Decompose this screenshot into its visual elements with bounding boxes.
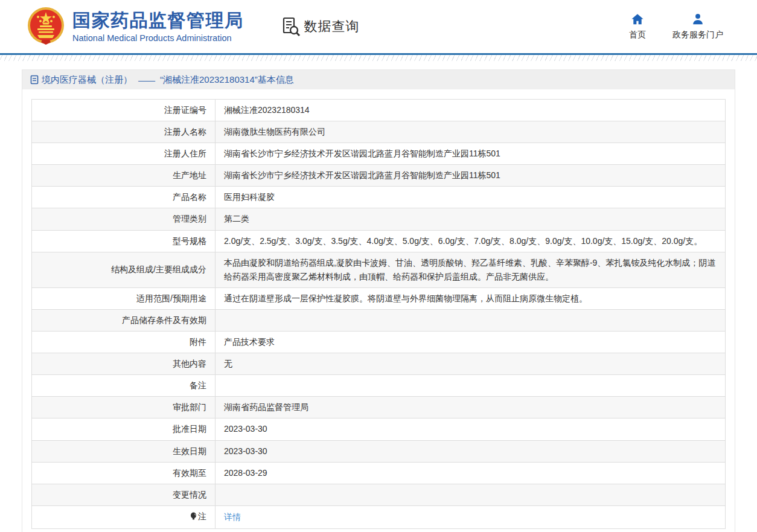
breadcrumb: 境内医疗器械（注册） —— “湘械注准20232180314”基本信息 xyxy=(22,70,735,89)
row-label-text: 型号规格 xyxy=(173,236,206,246)
row-label: 注册人住所 xyxy=(32,143,216,165)
row-label: 注册证编号 xyxy=(32,100,216,121)
row-label: 型号规格 xyxy=(32,230,216,252)
row-label-text: 变更情况 xyxy=(173,490,206,499)
nmpa-logo[interactable]: 国家药品监督管理局 National Medical Products Admi… xyxy=(27,7,244,46)
table-row: 其他内容无 xyxy=(32,353,726,375)
nav-item-portal[interactable]: 政务服务门户 xyxy=(672,13,723,40)
registration-table-wrap: 注册证编号湘械注准20232180314注册人名称湖南微肽生物医药有限公司注册人… xyxy=(31,99,726,529)
table-row: 有效期至2028-03-29 xyxy=(32,462,726,484)
row-label-text: 生产地址 xyxy=(173,170,206,180)
row-label-text: 产品储存条件及有效期 xyxy=(122,315,206,325)
page-header: 国家药品监督管理局 National Medical Products Admi… xyxy=(0,0,757,53)
row-label: 有效期至 xyxy=(32,462,216,484)
org-name-cn: 国家药品监督管理局 xyxy=(72,10,244,31)
row-label-text: 注册人名称 xyxy=(164,127,206,136)
table-row: 注册人住所湖南省长沙市宁乡经济技术开发区谐园北路蓝月谷智能制造产业园11栋501 xyxy=(32,143,726,165)
table-row: 注详情 xyxy=(32,505,726,528)
row-value: 湖南省长沙市宁乡经济技术开发区谐园北路蓝月谷智能制造产业园11栋501 xyxy=(216,165,726,187)
detail-link[interactable]: 详情 xyxy=(224,512,241,522)
table-row: 管理类别第二类 xyxy=(32,208,726,230)
row-label: 产品储存条件及有效期 xyxy=(32,309,216,331)
row-label: 产品名称 xyxy=(32,187,216,208)
row-label-text: 管理类别 xyxy=(173,214,206,223)
row-label-text: 适用范围/预期用途 xyxy=(136,293,206,303)
table-row: 适用范围/预期用途通过在阴道壁形成一层保护性凝胶膜。将阴道壁与外界细菌物理隔离，… xyxy=(32,287,726,309)
row-label-text: 注 xyxy=(198,511,206,521)
registration-table-body: 注册证编号湘械注准20232180314注册人名称湖南微肽生物医药有限公司注册人… xyxy=(32,100,726,529)
table-row: 产品名称医用妇科凝胶 xyxy=(32,187,726,208)
row-value: 湖南微肽生物医药有限公司 xyxy=(216,121,726,143)
row-value: 2.0g/支、2.5g/支、3.0g/支、3.5g/支、4.0g/支、5.0g/… xyxy=(216,230,726,252)
user-icon xyxy=(691,13,704,26)
table-row: 型号规格2.0g/支、2.5g/支、3.0g/支、3.5g/支、4.0g/支、5… xyxy=(32,230,726,252)
row-label: 结构及组成/主要组成成分 xyxy=(32,252,216,287)
row-value: 湘械注准20232180314 xyxy=(216,100,726,121)
row-label-text: 注册证编号 xyxy=(164,105,206,115)
row-value: 2023-03-30 xyxy=(216,440,726,462)
row-label-text: 有效期至 xyxy=(173,468,206,478)
document-icon xyxy=(30,75,39,85)
table-row: 生效日期2023-03-30 xyxy=(32,440,726,462)
national-emblem-icon xyxy=(27,7,65,46)
content-panel: 境内医疗器械（注册） —— “湘械注准20232180314”基本信息 注册证编… xyxy=(22,69,735,532)
table-row: 结构及组成/主要组成成分本品由凝胶和阴道给药器组成,凝胶由卡波姆、甘油、透明质酸… xyxy=(32,252,726,287)
home-icon xyxy=(631,13,644,26)
bulb-icon xyxy=(190,511,197,525)
table-row: 变更情况 xyxy=(32,484,726,505)
row-value xyxy=(216,484,726,505)
row-label: 审批部门 xyxy=(32,397,216,418)
data-query-icon xyxy=(281,16,301,37)
table-row: 产品储存条件及有效期 xyxy=(32,309,726,331)
row-label-text: 结构及组成/主要组成成分 xyxy=(111,264,206,274)
row-value: 本品由凝胶和阴道给药器组成,凝胶由卡波姆、甘油、透明质酸钠、羟乙基纤维素、乳酸、… xyxy=(216,252,726,287)
nav-item-home[interactable]: 首页 xyxy=(629,13,646,40)
row-value: 详情 xyxy=(216,505,726,528)
table-row: 注册证编号湘械注准20232180314 xyxy=(32,100,726,121)
table-row: 注册人名称湖南微肽生物医药有限公司 xyxy=(32,121,726,143)
row-label-text: 批准日期 xyxy=(173,424,206,434)
row-label: 附件 xyxy=(32,332,216,353)
data-query-entry[interactable]: 数据查询 xyxy=(281,16,360,37)
row-label-text: 其他内容 xyxy=(173,359,206,368)
row-label: 管理类别 xyxy=(32,208,216,230)
row-value: 湖南省药品监督管理局 xyxy=(216,397,726,418)
page-title: “湘械注准20232180314”基本信息 xyxy=(160,74,294,86)
row-value: 湖南省长沙市宁乡经济技术开发区谐园北路蓝月谷智能制造产业园11栋501 xyxy=(216,143,726,165)
row-label: 其他内容 xyxy=(32,353,216,375)
row-value: 产品技术要求 xyxy=(216,332,726,353)
table-row: 生产地址湖南省长沙市宁乡经济技术开发区谐园北路蓝月谷智能制造产业园11栋501 xyxy=(32,165,726,187)
row-label-text: 生效日期 xyxy=(173,446,206,456)
table-row: 审批部门湖南省药品监督管理局 xyxy=(32,397,726,418)
row-label: 生产地址 xyxy=(32,165,216,187)
row-label: 注 xyxy=(32,505,216,528)
nav-item-label: 首页 xyxy=(629,30,646,40)
row-value xyxy=(216,375,726,397)
row-label-text: 审批部门 xyxy=(173,402,206,412)
row-value xyxy=(216,309,726,331)
header-divider-band xyxy=(0,53,757,61)
row-value: 医用妇科凝胶 xyxy=(216,187,726,208)
breadcrumb-dash: —— xyxy=(138,75,154,85)
data-query-label: 数据查询 xyxy=(304,18,360,36)
org-name-en: National Medical Products Administration xyxy=(72,33,244,43)
table-row: 附件产品技术要求 xyxy=(32,332,726,353)
nav-item-label: 政务服务门户 xyxy=(672,30,723,40)
table-row: 批准日期2023-03-30 xyxy=(32,418,726,440)
row-label: 变更情况 xyxy=(32,484,216,505)
row-label: 批准日期 xyxy=(32,418,216,440)
row-label: 适用范围/预期用途 xyxy=(32,287,216,309)
row-value: 2023-03-30 xyxy=(216,418,726,440)
row-value: 第二类 xyxy=(216,208,726,230)
row-label-text: 注册人住所 xyxy=(164,149,206,158)
row-value: 无 xyxy=(216,353,726,375)
row-label-text: 备注 xyxy=(190,380,206,390)
top-nav: 首页 政务服务门户 xyxy=(629,13,723,40)
registration-table: 注册证编号湘械注准20232180314注册人名称湖南微肽生物医药有限公司注册人… xyxy=(31,99,726,529)
row-label-text: 附件 xyxy=(190,337,206,347)
row-label: 生效日期 xyxy=(32,440,216,462)
row-value: 通过在阴道壁形成一层保护性凝胶膜。将阴道壁与外界细菌物理隔离，从而阻止病原微生物… xyxy=(216,287,726,309)
row-label-text: 产品名称 xyxy=(173,192,206,202)
breadcrumb-category[interactable]: 境内医疗器械（注册） xyxy=(42,74,132,86)
row-label: 注册人名称 xyxy=(32,121,216,143)
